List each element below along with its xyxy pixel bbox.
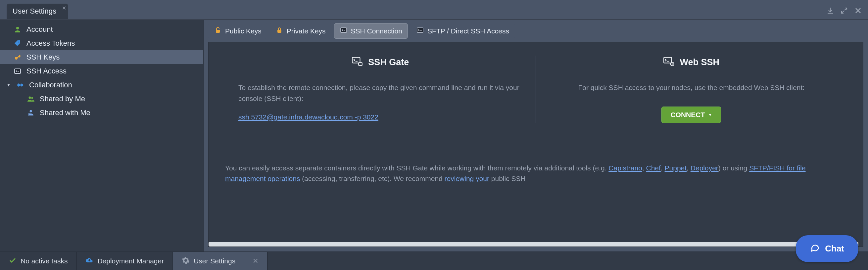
close-window-icon[interactable] [854, 7, 862, 15]
gear-icon [182, 257, 190, 266]
ssh-command-link[interactable]: ssh 5732@gate.infra.dewacloud.com -p 302… [238, 113, 378, 121]
sidebar-item-shared-with-me[interactable]: Shared with Me [0, 106, 203, 120]
svg-point-6 [30, 110, 32, 112]
tag-icon [13, 39, 22, 47]
close-icon[interactable]: ✕ [62, 5, 66, 11]
svg-point-5 [31, 97, 33, 99]
svg-rect-12 [359, 63, 362, 66]
sidebar-item-label: Account [27, 25, 53, 34]
chat-label: Chat [825, 243, 844, 254]
sidebar-item-label: SSH Access [27, 67, 66, 75]
status-deployment-manager[interactable]: Deployment Manager [77, 252, 173, 270]
status-tasks[interactable]: No active tasks [0, 252, 77, 270]
status-user-settings[interactable]: User Settings ✕ [173, 252, 268, 270]
close-icon[interactable]: ✕ [253, 257, 258, 265]
tab-label: SFTP / Direct SSH Access [427, 27, 509, 35]
svg-point-0 [16, 27, 19, 29]
svg-point-1 [18, 41, 19, 42]
svg-rect-7 [216, 30, 220, 33]
chat-button[interactable]: Chat [796, 235, 858, 262]
web-ssh-header: Web SSH [550, 56, 834, 69]
sidebar-item-label: Shared with Me [40, 108, 90, 117]
chevron-down-icon[interactable]: ▼ [7, 83, 11, 87]
sidebar-item-access-tokens[interactable]: Access Tokens [0, 36, 203, 50]
download-icon[interactable] [826, 7, 834, 15]
sidebar-item-ssh-keys[interactable]: SSH Keys [0, 50, 203, 64]
tab-sftp-direct[interactable]: SFTP / Direct SSH Access [410, 23, 515, 39]
status-tasks-label: No active tasks [21, 257, 67, 265]
key-icon [13, 53, 22, 61]
lock-icon [275, 26, 283, 36]
lock-open-icon [214, 26, 222, 36]
horizontal-scrollbar[interactable] [209, 242, 859, 246]
user-in-icon [27, 109, 35, 117]
tab-public-keys[interactable]: Public Keys [208, 23, 267, 39]
tab-ssh-connection[interactable]: SSH Connection [334, 23, 408, 39]
settings-sidebar: Account Access Tokens SSH Keys SSH Acces… [0, 20, 204, 251]
check-icon [9, 257, 17, 266]
web-ssh-desc: For quick SSH access to your nodes, use … [550, 82, 834, 93]
title-tab-user-settings[interactable]: User Settings ✕ [7, 4, 68, 19]
sidebar-item-shared-by-me[interactable]: Shared by Me [0, 92, 203, 106]
title-tab-label: User Settings [12, 7, 56, 15]
title-bar: User Settings ✕ [0, 0, 868, 20]
ssh-tabs: Public Keys Private Keys SSH Connection [204, 20, 868, 42]
connect-button-label: CONNECT [670, 111, 705, 119]
sidebar-item-ssh-access[interactable]: SSH Access [0, 64, 203, 78]
connect-button[interactable]: CONNECT ▼ [661, 106, 721, 123]
caret-down-icon: ▼ [708, 112, 712, 117]
tab-label: Private Keys [287, 27, 326, 35]
sidebar-item-account[interactable]: Account [0, 23, 203, 36]
sidebar-item-label: Access Tokens [27, 39, 75, 48]
ssh-gate-header: SSH Gate [238, 56, 522, 69]
tab-label: SSH Connection [351, 27, 402, 35]
ssh-gate-heading: SSH Gate [368, 57, 409, 67]
title-bar-actions [826, 7, 864, 19]
sidebar-item-collaboration[interactable]: ▼ Collaboration [0, 78, 203, 92]
status-bar: No active tasks Deployment Manager User … [0, 251, 868, 270]
sidebar-item-label: Collaboration [29, 81, 72, 89]
svg-point-2 [15, 57, 18, 60]
terminal-icon [416, 26, 424, 36]
users-icon [27, 95, 35, 103]
ssh-connection-content: SSH Gate To establish the remote connect… [208, 42, 863, 247]
cloud-upload-icon [85, 257, 93, 266]
svg-point-4 [29, 97, 31, 99]
svg-rect-8 [277, 30, 281, 33]
terminal-icon [340, 26, 348, 36]
link-chef[interactable]: Chef [646, 164, 661, 172]
user-icon [13, 26, 22, 33]
status-deployment-label: Deployment Manager [97, 257, 164, 265]
link-capistrano[interactable]: Capistrano [609, 164, 642, 172]
sidebar-item-label: SSH Keys [27, 53, 60, 62]
footer-help-text: You can easily access separate container… [225, 163, 846, 184]
chat-icon [810, 242, 820, 255]
svg-rect-11 [352, 57, 360, 63]
link-puppet[interactable]: Puppet [665, 164, 687, 172]
web-ssh-heading: Web SSH [680, 57, 719, 67]
sidebar-item-label: Shared by Me [40, 95, 85, 103]
svg-rect-9 [341, 28, 347, 32]
terminal-net-icon [351, 56, 363, 69]
tab-private-keys[interactable]: Private Keys [270, 23, 331, 39]
svg-rect-10 [417, 28, 423, 32]
svg-rect-3 [14, 69, 21, 73]
handshake-icon [16, 81, 25, 89]
terminal-web-icon [663, 56, 674, 69]
ssh-gate-desc: To establish the remote connection, plea… [238, 82, 522, 104]
svg-rect-13 [664, 57, 672, 63]
terminal-icon [13, 67, 22, 75]
status-settings-label: User Settings [194, 257, 236, 265]
tab-label: Public Keys [225, 27, 261, 35]
expand-icon[interactable] [840, 7, 848, 15]
link-review[interactable]: reviewing your [444, 175, 489, 182]
link-deployer[interactable]: Deployer [690, 164, 718, 172]
